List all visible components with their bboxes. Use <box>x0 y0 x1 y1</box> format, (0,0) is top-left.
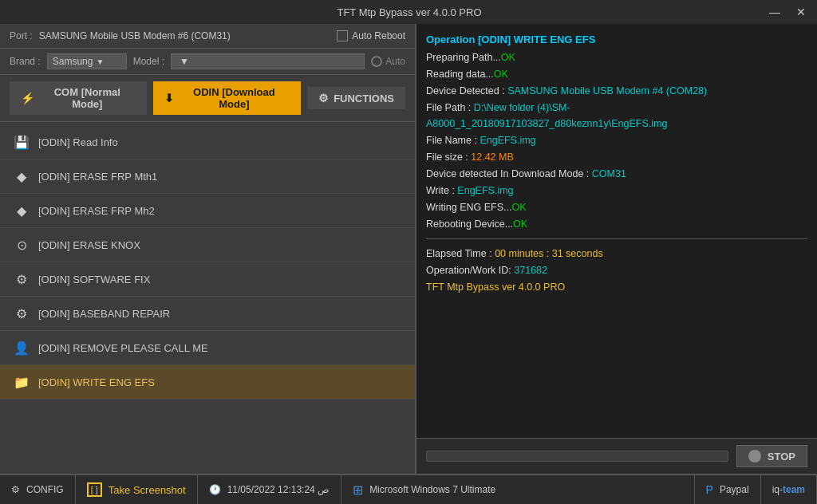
function-icon-5: ⚙ <box>13 305 30 322</box>
progress-bar-area: STOP <box>416 438 817 474</box>
output-line-1: Reading data...OK <box>426 66 807 82</box>
function-label-6: [ODIN] REMOVE PLEASE CALL ME <box>38 342 208 354</box>
windows-label: Microsoft Windows 7 Ultimate <box>369 484 495 495</box>
download-icon: ⬇ <box>164 92 174 104</box>
brand-row: Brand : Samsung ▼ Model : ▼ Auto <box>0 49 415 75</box>
paypal-icon: P <box>706 483 713 496</box>
screenshot-icon: [ ] <box>87 482 102 497</box>
function-icon-2: ◆ <box>13 202 30 219</box>
model-label: Model : <box>133 56 164 67</box>
function-label-1: [ODIN] ERASE FRP Mth1 <box>38 171 157 183</box>
close-button[interactable]: ✕ <box>791 4 811 20</box>
progress-bar <box>426 451 728 462</box>
auto-reboot-checkbox[interactable] <box>337 30 348 41</box>
output-line-7: Write : EngEFS.img <box>426 183 807 199</box>
output-heading: Operation [ODIN] WRITE ENG EFS <box>426 32 807 49</box>
function-item-2[interactable]: ◆[ODIN] ERASE FRP Mh2 <box>0 194 415 228</box>
work-id: Operation/Work ID: 371682 <box>426 262 807 278</box>
function-icon-3: ⊙ <box>13 236 30 254</box>
windows-logo-icon: ⊞ <box>353 482 363 498</box>
function-item-1[interactable]: ◆[ODIN] ERASE FRP Mth1 <box>0 159 415 194</box>
function-label-4: [ODIN] SOFTWARE FIX <box>38 274 150 285</box>
function-icon-7: 📁 <box>13 373 30 391</box>
windows-section: ⊞ Microsoft Windows 7 Ultimate <box>341 475 694 504</box>
screenshot-label: Take Screenshot <box>109 484 186 496</box>
usb-icon: ⚡ <box>21 92 34 104</box>
team-section[interactable]: iq-team <box>761 475 817 504</box>
clock-icon: 🕐 <box>209 484 221 495</box>
function-label-5: [ODIN] BASEBAND REPAIR <box>38 308 170 320</box>
function-icon-4: ⚙ <box>13 270 30 288</box>
functions-button[interactable]: ⚙ FUNCTIONS <box>307 87 405 109</box>
output-separator <box>426 238 807 239</box>
paypal-section[interactable]: P Paypal <box>695 475 761 504</box>
version-text: TFT Mtp Bypass ver 4.0.0 PRO <box>426 279 807 295</box>
function-label-0: [ODIN] Read Info <box>38 136 118 148</box>
function-icon-6: 👤 <box>13 339 30 356</box>
iq-team-label: iq-team <box>772 484 805 495</box>
brand-label: Brand : <box>10 56 41 67</box>
right-panel: Operation [ODIN] WRITE ENG EFSPreparing … <box>415 24 817 474</box>
function-item-7[interactable]: 📁[ODIN] WRITE ENG EFS <box>0 365 415 400</box>
dropdown-arrow-icon: ▼ <box>96 57 104 66</box>
status-bar: ⚙ CONFIG [ ] Take Screenshot 🕐 11/05/202… <box>0 474 817 504</box>
minimize-button[interactable]: — <box>764 4 785 20</box>
output-line-4: File Name : EngEFS.img <box>426 132 807 148</box>
auto-reboot-label: Auto Reboot <box>352 30 405 41</box>
output-line-5: File size : 12.42 MB <box>426 149 807 165</box>
output-line-9: Rebooting Device...OK <box>426 216 807 232</box>
auto-badge: Auto <box>371 56 405 67</box>
function-label-3: [ODIN] ERASE KNOX <box>38 239 140 251</box>
function-item-4[interactable]: ⚙[ODIN] SOFTWARE FIX <box>0 262 415 297</box>
function-item-3[interactable]: ⊙[ODIN] ERASE KNOX <box>0 228 415 262</box>
config-label: CONFIG <box>26 484 64 495</box>
stop-icon <box>748 450 761 463</box>
datetime-section: 🕐 11/05/2022 12:13:24 ص <box>198 475 341 504</box>
output-line-6: Device detected In Download Mode : COM31 <box>426 166 807 182</box>
config-section[interactable]: ⚙ CONFIG <box>0 475 76 504</box>
auto-radio-icon[interactable] <box>371 56 382 67</box>
port-value: SAMSUNG Mobile USB Modem #6 (COM31) <box>39 30 331 41</box>
port-label: Port : <box>10 30 33 41</box>
function-icon-0: 💾 <box>13 133 30 151</box>
odin-mode-button[interactable]: ⬇ ODIN [Download Mode] <box>153 81 302 115</box>
auto-reboot-container: Auto Reboot <box>337 30 405 41</box>
title-bar: TFT Mtp Bypass ver 4.0.0 PRO — ✕ <box>0 0 817 24</box>
function-item-6[interactable]: 👤[ODIN] REMOVE PLEASE CALL ME <box>0 331 415 365</box>
function-icon-1: ◆ <box>13 167 30 185</box>
port-row: Port : SAMSUNG Mobile USB Modem #6 (COM3… <box>0 24 415 49</box>
model-dropdown-arrow-icon: ▼ <box>180 56 189 67</box>
gear-config-icon: ⚙ <box>11 484 20 495</box>
output-line-2: Device Detected : SAMSUNG Mobile USB Mod… <box>426 83 807 99</box>
com-mode-button[interactable]: ⚡ COM [Normal Mode] <box>10 81 147 115</box>
function-item-0[interactable]: 💾[ODIN] Read Info <box>0 125 415 159</box>
brand-dropdown[interactable]: Samsung ▼ <box>47 53 127 69</box>
output-area: Operation [ODIN] WRITE ENG EFSPreparing … <box>416 24 817 438</box>
function-list: 💾[ODIN] Read Info◆[ODIN] ERASE FRP Mth1◆… <box>0 122 415 474</box>
paypal-label: Paypal <box>720 484 749 495</box>
stop-button[interactable]: STOP <box>736 445 807 467</box>
output-line-0: Preparing Path...OK <box>426 49 807 65</box>
datetime-value: 11/05/2022 12:13:24 ص <box>227 484 330 495</box>
output-line-3: File Path : D:\New folder (4)\SM-A8000_1… <box>426 100 807 132</box>
output-line-8: Writing ENG EFS...OK <box>426 199 807 215</box>
model-dropdown[interactable]: ▼ <box>171 53 365 69</box>
gear-icon: ⚙ <box>318 92 329 104</box>
mode-buttons-row: ⚡ COM [Normal Mode] ⬇ ODIN [Download Mod… <box>0 75 415 122</box>
function-item-5[interactable]: ⚙[ODIN] BASEBAND REPAIR <box>0 297 415 331</box>
function-label-7: [ODIN] WRITE ENG EFS <box>38 376 155 388</box>
function-label-2: [ODIN] ERASE FRP Mh2 <box>38 205 155 217</box>
elapsed-time: Elapsed Time : 00 minutes : 31 seconds <box>426 246 807 262</box>
app-title: TFT Mtp Bypass ver 4.0.0 PRO <box>54 6 764 18</box>
left-panel: Port : SAMSUNG Mobile USB Modem #6 (COM3… <box>0 24 415 474</box>
screenshot-section[interactable]: [ ] Take Screenshot <box>76 475 198 504</box>
